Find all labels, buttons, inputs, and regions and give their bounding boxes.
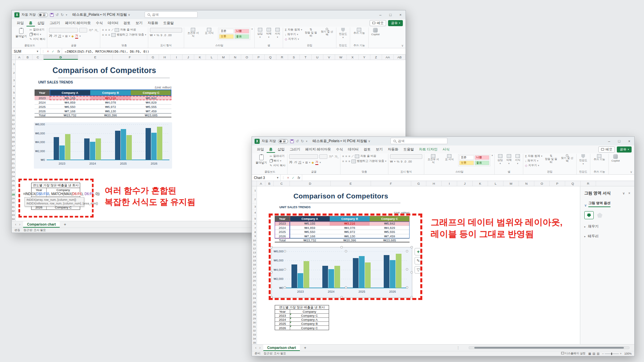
menu-tab-검토[interactable]: 검토 <box>361 146 373 153</box>
redo-icon[interactable]: ↻ <box>61 13 64 17</box>
increase-decimal-icon[interactable]: .0 <box>164 34 166 37</box>
add-sheet-button[interactable]: + <box>61 222 69 227</box>
insert-function-icon[interactable]: fx <box>296 176 302 180</box>
row-header-5[interactable]: 5 <box>252 216 257 222</box>
italic-button[interactable]: 가 <box>53 34 57 38</box>
sheet-tab[interactable]: Comparison chart <box>23 221 60 228</box>
row-header-15[interactable]: 15 <box>252 259 257 263</box>
save-icon[interactable] <box>50 13 54 17</box>
font-name-select[interactable] <box>289 154 318 159</box>
bold-button[interactable]: 가 <box>49 34 52 38</box>
select-all-corner[interactable] <box>252 181 257 186</box>
align-bottom-icon[interactable]: ≡ <box>108 28 110 32</box>
fill-section[interactable]: ▸채우기 <box>584 224 630 229</box>
style-normal[interactable]: 표준 <box>459 155 474 160</box>
menu-tab-그리기[interactable]: 그리기 <box>287 146 303 153</box>
underline-button[interactable]: 가 <box>58 34 61 38</box>
row-header-14[interactable]: 14 <box>12 131 15 135</box>
column-header-U[interactable]: U <box>312 55 323 60</box>
font-color-icon[interactable]: 가 <box>75 34 78 39</box>
row-header-19[interactable]: 19 <box>12 153 15 157</box>
cancel-icon[interactable]: × <box>46 50 50 53</box>
row-header-21[interactable]: 21 <box>252 283 257 287</box>
shrink-font-icon[interactable]: 가ˬ <box>94 28 98 33</box>
format-painter-button[interactable]: ✎서식 복사 <box>270 164 285 168</box>
row-header-35[interactable]: 35 <box>252 341 257 344</box>
addins-button[interactable]: 추가 기능 <box>352 28 367 35</box>
column-header-P[interactable]: P <box>253 55 265 60</box>
align-center-icon[interactable]: ≡ <box>105 33 107 37</box>
maximize-button[interactable]: □ <box>614 137 624 145</box>
menu-tab-도움말[interactable]: 도움말 <box>161 20 176 26</box>
selection-handle[interactable] <box>411 271 413 274</box>
column-header-AB[interactable]: AB <box>394 55 406 60</box>
row-header-34[interactable]: 34 <box>252 337 257 341</box>
sales-chart[interactable]: ₩8,000₩6,000₩4,000₩2,000₩020232024202520… <box>34 122 172 169</box>
column-header-C[interactable]: C <box>274 181 290 186</box>
menu-tab-자동화[interactable]: 자동화 <box>385 146 401 153</box>
insert-cells-button[interactable]: 삽입▾ <box>256 28 264 39</box>
row-header-17[interactable]: 17 <box>252 267 257 271</box>
orientation-icon[interactable]: ⟋ <box>111 28 113 32</box>
menu-tab-그리기[interactable]: 그리기 <box>47 20 63 26</box>
share-button[interactable]: 공유 ▾ <box>617 146 632 153</box>
column-header-X[interactable]: X <box>347 55 359 60</box>
column-header-H[interactable]: H <box>426 181 442 186</box>
column-header-K[interactable]: K <box>473 181 488 186</box>
style-good[interactable]: 좋음 <box>234 34 249 39</box>
ribbon-collapse-icon[interactable]: ∨ <box>401 44 404 47</box>
copilot-button[interactable]: Copilot <box>610 154 621 162</box>
chart-elements-button[interactable]: + <box>415 248 422 255</box>
row-header-22[interactable]: 22 <box>252 287 257 292</box>
column-header-H[interactable]: H <box>159 55 171 60</box>
sheet-next-icon[interactable]: › <box>259 346 260 350</box>
percent-style-icon[interactable]: % <box>157 34 159 37</box>
align-right-icon[interactable]: ≡ <box>108 33 110 37</box>
format-painter-button[interactable]: ✎서식 복사 <box>30 37 45 41</box>
sort-filter-button[interactable]: ⇅정렬 및 필터 <box>544 154 558 164</box>
add-sheet-button[interactable]: + <box>301 346 309 350</box>
row-header-30[interactable]: 30 <box>252 321 257 325</box>
column-header-W[interactable]: W <box>335 55 347 60</box>
delete-cells-button[interactable]: 삭제▾ <box>265 28 272 39</box>
comma-style-icon[interactable]: 9 <box>401 160 402 163</box>
normal-view-icon[interactable]: ▦ <box>588 352 591 355</box>
quick-access-chevron-icon[interactable]: ▾ <box>66 13 67 16</box>
cancel-icon[interactable]: × <box>286 176 290 180</box>
plot-selection-handle[interactable] <box>406 268 408 270</box>
close-button[interactable]: × <box>624 137 634 145</box>
sales-table[interactable]: YearCompany ACompany BCompany C2023₩5,15… <box>35 89 171 118</box>
column-header-G[interactable]: G <box>147 55 159 60</box>
document-title[interactable]: 테스트용_Polaris • 이 PC에 저장됨 ∨ <box>72 12 130 17</box>
quick-access-chevron-icon[interactable]: ▾ <box>306 140 307 143</box>
column-header-L[interactable]: L <box>206 55 218 60</box>
menu-tab-데이터[interactable]: 데이터 <box>105 20 121 26</box>
selection-handle[interactable] <box>340 296 343 298</box>
column-header-A[interactable]: A <box>257 181 265 186</box>
cell-formula-editing[interactable]: =INDEX(D$5:F$5, MATCH(MAX(D6:F6), D6:F6,… <box>23 192 100 196</box>
menu-tab-수식[interactable]: 수식 <box>93 20 105 26</box>
menu-tab-홈[interactable]: 홈 <box>267 146 275 153</box>
autosave-toggle[interactable]: 끔 <box>38 13 48 17</box>
row-header-4[interactable]: 4 <box>12 83 15 89</box>
comments-button[interactable]: 메모 <box>370 20 386 26</box>
wrap-text-button[interactable]: 자동 줄 바꿈 <box>355 154 376 158</box>
menu-tab-보기[interactable]: 보기 <box>373 146 385 153</box>
column-header-D[interactable]: D <box>290 181 331 186</box>
menu-tab-자동화[interactable]: 자동화 <box>145 20 161 26</box>
pane-tab-chart-area-options[interactable]: ∨그림 영역 옵션 <box>584 201 630 207</box>
row-header-33[interactable]: 33 <box>12 213 15 217</box>
column-header-N[interactable]: N <box>229 55 241 60</box>
merge-center-button[interactable]: 병합하고 가운데 맞춤 ▾ <box>111 33 146 37</box>
column-header-O[interactable]: O <box>534 181 550 186</box>
row-header-25[interactable]: 25 <box>252 300 257 305</box>
column-header-L[interactable]: L <box>488 181 503 186</box>
row-header-12[interactable]: 12 <box>252 247 257 251</box>
selection-handle[interactable] <box>270 246 273 248</box>
column-header-I[interactable]: I <box>171 55 182 60</box>
menu-tab-서식[interactable]: 서식 <box>440 146 452 153</box>
increase-decimal-icon[interactable]: .0 <box>404 160 407 163</box>
name-box[interactable]: SUM▾ <box>12 48 41 54</box>
paste-button[interactable]: 붙여넣기 <box>254 154 268 165</box>
column-header-S[interactable]: S <box>288 55 300 60</box>
